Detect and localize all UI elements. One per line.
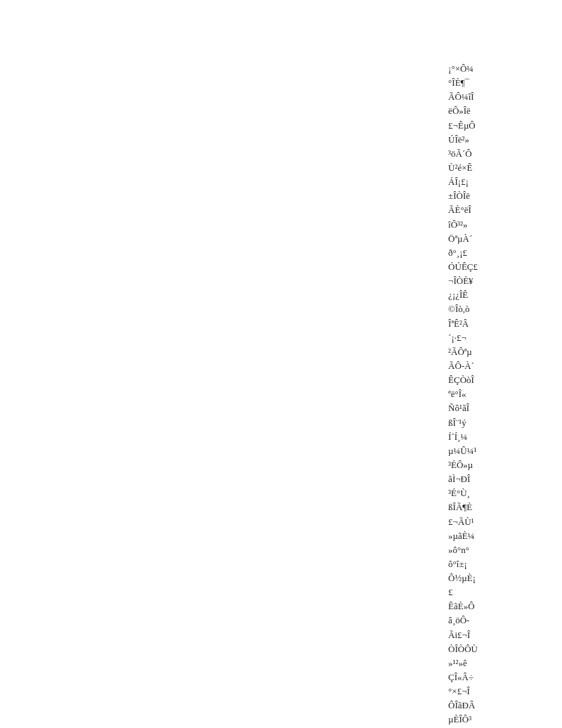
page: ¡°×Ô¼ °ÎÈ¶¯ ÃÔ¼îÎ ëÔ»Îë £¬ÊµÔ ÚÎë²» ³öÃ´… <box>0 0 562 728</box>
main-text-block: ¡°×Ô¼ °ÎÈ¶¯ ÃÔ¼îÎ ëÔ»Îë £¬ÊµÔ ÚÎë²» ³öÃ´… <box>448 62 478 728</box>
